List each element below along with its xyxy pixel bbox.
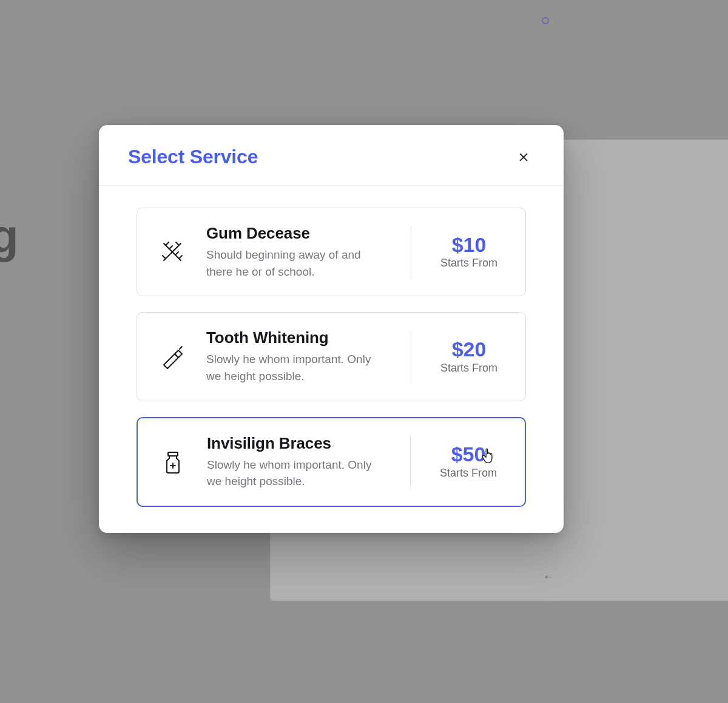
service-price-amount: $10 (430, 234, 508, 256)
service-price: $20 Starts From (430, 339, 508, 375)
service-price: $50 Starts From (429, 444, 508, 480)
svg-line-3 (179, 256, 182, 259)
service-card-invisilign-braces[interactable]: Invisilign Braces Slowly he whom importa… (136, 417, 526, 507)
close-icon (517, 151, 530, 163)
service-title: Tooth Whitening (206, 328, 386, 347)
modal-header: Select Service (99, 125, 564, 186)
service-price-label: Starts From (429, 467, 508, 480)
select-service-modal: Select Service (99, 125, 564, 533)
medicine-bottle-icon (155, 444, 191, 480)
toothbrush-icon (154, 338, 190, 375)
service-description: Slowly he whom important. Only we height… (207, 457, 386, 490)
service-description: Slowly he whom important. Only we height… (206, 351, 386, 384)
service-card-tooth-whitening[interactable]: Tooth Whitening Slowly he whom important… (136, 312, 526, 401)
service-card-gum-decease[interactable]: Gum Decease Should beginning away of and… (136, 208, 526, 296)
service-title: Gum Decease (206, 224, 386, 243)
svg-line-0 (166, 242, 169, 245)
svg-line-2 (175, 252, 178, 255)
service-price: $10 Starts From (430, 234, 508, 270)
dna-icon (154, 234, 190, 270)
modal-title: Select Service (128, 146, 258, 168)
svg-line-5 (176, 242, 179, 245)
service-price-amount: $20 (430, 339, 508, 361)
service-price-label: Starts From (430, 257, 508, 270)
svg-line-6 (180, 347, 182, 349)
svg-line-4 (163, 256, 166, 259)
service-price-label: Starts From (430, 362, 508, 375)
divider (410, 435, 411, 489)
service-text: Invisilign Braces Slowly he whom importa… (207, 434, 392, 490)
divider (411, 330, 411, 383)
service-text: Gum Decease Should beginning away of and… (206, 224, 393, 280)
svg-line-1 (169, 246, 172, 249)
service-title: Invisilign Braces (207, 434, 386, 453)
service-text: Tooth Whitening Slowly he whom important… (206, 328, 393, 384)
close-button[interactable] (513, 146, 534, 168)
modal-body: Gum Decease Should beginning away of and… (99, 186, 564, 525)
service-price-amount: $50 (429, 444, 508, 466)
divider (411, 225, 411, 279)
service-description: Should beginning away of and there he or… (206, 246, 386, 280)
